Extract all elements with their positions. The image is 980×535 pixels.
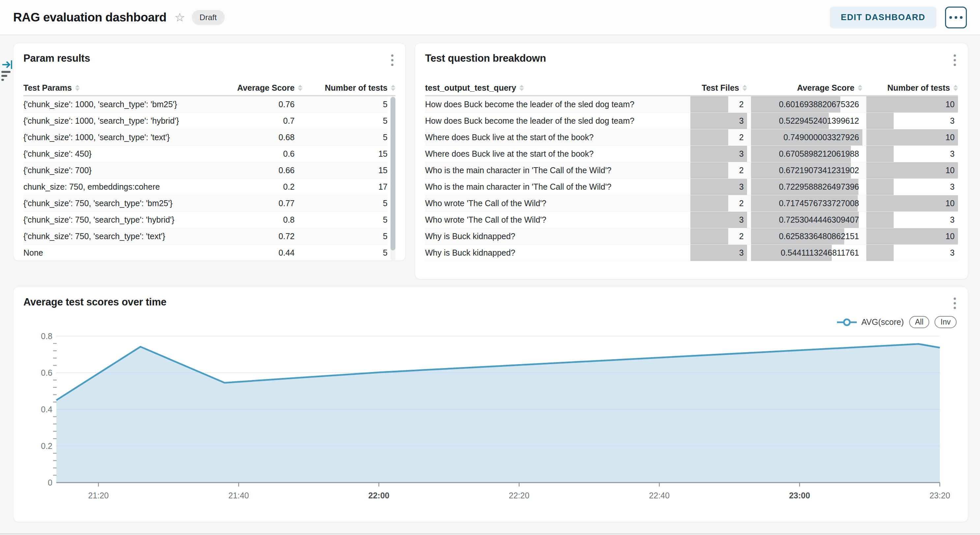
question-breakdown-panel: Test question breakdown test_output_test… xyxy=(415,43,968,279)
data-bar xyxy=(690,179,747,195)
table-row: None0.445 xyxy=(23,245,388,261)
cell-test-params: {'chunk_size': 750, 'search_type': 'bm25… xyxy=(23,195,212,211)
favorite-star-icon[interactable]: ☆ xyxy=(174,11,185,24)
cell-average-score: 0.77 xyxy=(215,195,294,211)
filter-icon[interactable] xyxy=(1,71,11,81)
cell-number-of-tests: 3 xyxy=(866,146,958,162)
cell-number-of-tests: 17 xyxy=(299,179,388,195)
cell-average-score: 0.5229452401399612 xyxy=(751,113,862,129)
column-header-test-params[interactable]: Test Params xyxy=(23,83,220,93)
panel-menu-icon[interactable] xyxy=(952,295,958,311)
column-header-number-of-tests[interactable]: Number of tests xyxy=(866,83,958,93)
table-row: Where does Buck live at the start of the… xyxy=(425,146,958,162)
column-header-average-score[interactable]: Average Score xyxy=(223,83,302,93)
data-bar xyxy=(866,162,958,179)
cell-number-of-tests: 5 xyxy=(299,96,388,112)
legend-series-avg-score[interactable]: AVG(score) xyxy=(836,317,904,327)
sort-icon xyxy=(75,85,80,91)
legend-label: AVG(score) xyxy=(861,317,904,327)
x-axis-label: 21:20 xyxy=(88,491,109,500)
panel-title: Param results xyxy=(23,53,90,64)
top-header-bar: RAG evaluation dashboard ☆ Draft EDIT DA… xyxy=(0,0,980,35)
cell-average-score: 0.6 xyxy=(215,146,294,162)
column-header-test-query[interactable]: test_output_test_query xyxy=(425,83,686,93)
area-chart: 00.20.40.60.821:2021:4022:0022:2022:4023… xyxy=(23,332,959,506)
collapse-sidebar-icon[interactable] xyxy=(2,59,13,72)
cell-number-of-tests: 5 xyxy=(299,245,388,261)
cell-number-of-tests: 5 xyxy=(299,228,388,244)
cell-test-params: {'chunk_size': 700} xyxy=(23,162,212,179)
cell-test-query: Where does Buck live at the start of the… xyxy=(425,129,686,145)
cell-test-files: 2 xyxy=(690,228,747,244)
more-options-button[interactable] xyxy=(945,6,967,28)
sort-icon xyxy=(298,85,302,91)
cell-test-params: {'chunk_size': 1000, 'search_type': 'tex… xyxy=(23,129,212,145)
param-results-rows: {'chunk_size': 1000, 'search_type': 'bm2… xyxy=(23,96,388,261)
sort-icon xyxy=(858,85,862,91)
column-header-average-score[interactable]: Average Score xyxy=(751,83,862,93)
cell-test-query: Who is the main character in 'The Call o… xyxy=(425,162,686,179)
scrollbar-thumb[interactable] xyxy=(390,97,395,250)
cell-average-score: 0.68 xyxy=(215,129,294,145)
cell-test-params: {'chunk_size': 1000, 'search_type': 'hyb… xyxy=(23,113,212,129)
y-axis-label: 0.8 xyxy=(41,332,52,341)
cell-test-query: Why is Buck kidnapped? xyxy=(425,245,686,261)
cell-average-score: 0.44 xyxy=(215,245,294,261)
table-row: How does Buck become the leader of the s… xyxy=(425,96,958,113)
cell-test-files: 2 xyxy=(690,96,747,112)
table-row: Why is Buck kidnapped?20.625833648086215… xyxy=(425,228,958,245)
data-bar xyxy=(866,96,958,112)
legend-all-button[interactable]: All xyxy=(909,316,929,328)
table-row: {'chunk_size': 1000, 'search_type': 'tex… xyxy=(23,129,388,146)
table-row: Who wrote 'The Call of the Wild'?20.7174… xyxy=(425,195,958,212)
data-bar xyxy=(866,228,958,244)
table-row: Who is the main character in 'The Call o… xyxy=(425,162,958,179)
cell-test-query: Who is the main character in 'The Call o… xyxy=(425,179,686,195)
column-header-test-files[interactable]: Test Files xyxy=(690,83,747,93)
data-bar xyxy=(866,195,958,211)
table-scrollbar[interactable] xyxy=(390,96,395,261)
cell-average-score: 0.7 xyxy=(215,113,294,129)
cell-number-of-tests: 3 xyxy=(866,179,958,195)
chart-legend: AVG(score) All Inv xyxy=(836,316,957,328)
cell-test-files: 2 xyxy=(690,195,747,211)
line-marker-icon xyxy=(836,318,858,327)
cell-test-query: Where does Buck live at the start of the… xyxy=(425,146,686,162)
cell-test-params: None xyxy=(23,245,212,261)
cell-number-of-tests: 10 xyxy=(866,129,958,145)
page-title: RAG evaluation dashboard xyxy=(13,11,166,24)
cell-average-score: 0.6258336480862151 xyxy=(751,228,862,244)
panel-menu-icon[interactable] xyxy=(389,53,395,68)
panel-menu-icon[interactable] xyxy=(952,53,958,68)
cell-test-query: How does Buck become the leader of the s… xyxy=(425,113,686,129)
data-bar xyxy=(690,162,728,179)
cell-number-of-tests: 5 xyxy=(299,195,388,211)
cell-number-of-tests: 15 xyxy=(299,162,388,179)
cell-test-params: chunk_size: 750, embeddings:cohere xyxy=(23,179,212,195)
cell-test-params: {'chunk_size': 450} xyxy=(23,146,212,162)
data-bar xyxy=(866,245,894,261)
table-row: Where does Buck live at the start of the… xyxy=(425,129,958,146)
cell-test-params: {'chunk_size': 1000, 'search_type': 'bm2… xyxy=(23,96,212,112)
data-bar xyxy=(690,245,747,261)
cell-test-files: 3 xyxy=(690,146,747,162)
sort-icon xyxy=(742,85,747,91)
cell-test-query: Who wrote 'The Call of the Wild'? xyxy=(425,195,686,211)
cell-test-params: {'chunk_size': 750, 'search_type': 'hybr… xyxy=(23,212,212,228)
status-badge: Draft xyxy=(192,10,225,25)
x-axis-label: 22:20 xyxy=(509,491,530,500)
table-row: {'chunk_size': 750, 'search_type': 'text… xyxy=(23,228,388,245)
legend-inv-button[interactable]: Inv xyxy=(934,316,957,328)
cell-number-of-tests: 5 xyxy=(299,113,388,129)
chart-title: Average test scores over time xyxy=(23,296,166,308)
edit-dashboard-button[interactable]: EDIT DASHBOARD xyxy=(830,6,937,28)
data-bar xyxy=(866,212,894,228)
table-row: chunk_size: 750, embeddings:cohere0.217 xyxy=(23,179,388,195)
cell-average-score: 0.749000003327926 xyxy=(751,129,862,145)
ellipsis-icon xyxy=(949,16,952,19)
data-bar xyxy=(866,113,894,129)
x-axis-label: 22:00 xyxy=(368,491,390,500)
cell-number-of-tests: 10 xyxy=(866,195,958,211)
column-header-number-of-tests[interactable]: Number of tests xyxy=(307,83,395,93)
cell-average-score: 0.72 xyxy=(215,228,294,244)
